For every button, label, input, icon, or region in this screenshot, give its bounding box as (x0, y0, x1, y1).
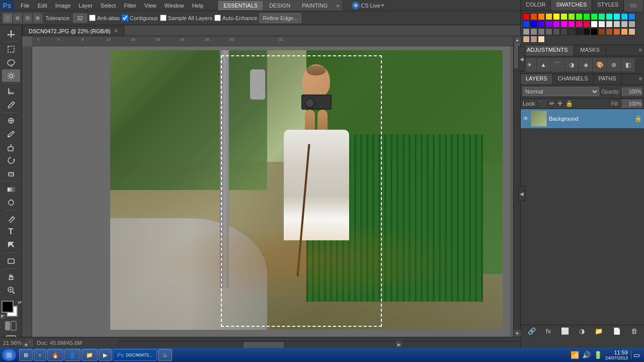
lock-all-btn[interactable]: 🔒 (566, 100, 573, 107)
swatch[interactable] (591, 21, 598, 28)
swatch[interactable] (606, 13, 613, 20)
scroll-up-btn[interactable]: ▲ (514, 36, 521, 43)
swatch[interactable] (628, 13, 635, 20)
menu-image[interactable]: Image (52, 2, 74, 10)
hue-sat-btn[interactable]: 🎨 (593, 58, 606, 71)
taskbar-btn-steam[interactable]: ♨ (158, 349, 172, 361)
swatch[interactable] (553, 28, 560, 35)
workspace-painting[interactable]: PAINTING (296, 1, 333, 11)
swatch[interactable] (530, 13, 537, 20)
menu-layer[interactable]: Layer (75, 2, 96, 10)
color-tab-swatches[interactable]: SWATCHES (551, 0, 592, 11)
swatch[interactable] (568, 28, 575, 35)
color-balance-btn[interactable]: ⊕ (607, 58, 620, 71)
taskbar-btn-media[interactable]: ▶ (99, 349, 112, 361)
layers-tab-layers[interactable]: LAYERS (521, 74, 553, 84)
swatch[interactable] (568, 21, 575, 28)
swatch[interactable] (538, 28, 545, 35)
swatch[interactable] (576, 21, 583, 28)
tray-sound-icon[interactable]: 🔊 (582, 351, 591, 359)
swatch[interactable] (530, 28, 537, 35)
canvas-content[interactable] (32, 46, 510, 337)
swap-colors-btn[interactable]: ⇄ (18, 300, 22, 305)
taskbar-btn-firefox[interactable]: 🔥 (47, 349, 63, 361)
swatch[interactable] (538, 13, 545, 20)
history-brush-btn[interactable] (2, 154, 20, 166)
healing-brush-btn[interactable] (2, 115, 20, 127)
swatch[interactable] (583, 21, 590, 28)
foreground-color-swatch[interactable] (2, 301, 14, 313)
tab-close-btn[interactable]: ✕ (114, 28, 118, 34)
eyedropper-tool-btn[interactable] (2, 99, 20, 111)
swatch[interactable] (560, 21, 568, 28)
swatch[interactable] (583, 13, 590, 20)
swatch[interactable] (553, 13, 560, 20)
swatch[interactable] (568, 13, 575, 20)
lock-transparent-btn[interactable]: ⬛ (539, 100, 546, 107)
swatch[interactable] (613, 28, 620, 35)
add-selection-btn[interactable]: ⊞ (13, 14, 22, 23)
tray-battery-icon[interactable]: 🔋 (594, 351, 602, 359)
workspace-design[interactable]: DESIGN (264, 1, 296, 11)
path-selection-btn[interactable] (2, 238, 20, 251)
scroll-right-btn[interactable]: ▶ (395, 341, 403, 348)
swatch[interactable] (523, 13, 530, 20)
new-adj-layer-btn[interactable]: ◑ (579, 327, 585, 335)
black-white-btn[interactable]: ◧ (621, 58, 634, 71)
opacity-input[interactable] (622, 87, 642, 96)
workspace-essentials[interactable]: ESSENTIALS (218, 1, 263, 11)
new-layer-btn[interactable]: 📄 (613, 327, 621, 335)
dodge-tool-btn[interactable] (2, 196, 20, 209)
layers-tab-paths[interactable]: PATHS (594, 74, 622, 84)
menu-filter[interactable]: Filter (120, 2, 139, 10)
swatch[interactable] (606, 28, 613, 35)
zoom-tool-btn[interactable] (2, 284, 20, 296)
menu-window[interactable]: Window (161, 2, 188, 10)
swatch[interactable] (598, 13, 605, 20)
layer-blend-mode[interactable]: Normal Multiply Screen Overlay (523, 87, 599, 96)
new-selection-btn[interactable]: □ (3, 14, 12, 23)
add-mask-btn[interactable]: ⬜ (561, 327, 569, 335)
move-tool-btn[interactable] (2, 27, 20, 40)
layers-tab-channels[interactable]: CHANNELS (553, 74, 594, 84)
adj-panel-menu[interactable]: ≡ (637, 45, 644, 56)
curves-btn[interactable]: ⌒ (551, 58, 564, 71)
menu-select[interactable]: Select (97, 2, 120, 10)
eraser-tool-btn[interactable] (2, 167, 20, 179)
layers-panel-menu[interactable]: ≡ (637, 74, 644, 84)
new-group-btn[interactable]: 📁 (595, 327, 603, 335)
swatch[interactable] (538, 36, 545, 43)
swatch[interactable] (530, 36, 537, 43)
swatch[interactable] (591, 28, 598, 35)
tray-network-icon[interactable]: 📶 (571, 351, 579, 359)
lock-position-btn[interactable]: ✛ (557, 100, 562, 107)
tolerance-input[interactable] (73, 14, 87, 23)
swatch[interactable] (560, 13, 568, 20)
swatch[interactable] (583, 28, 590, 35)
swatch[interactable] (598, 21, 605, 28)
swatch[interactable] (628, 21, 635, 28)
clock-area[interactable]: 11:59 24/07/2013 (605, 349, 628, 360)
scrollbar-thumb[interactable] (244, 342, 284, 348)
swatch[interactable] (538, 21, 545, 28)
horizontal-scrollbar[interactable] (118, 341, 520, 348)
menu-view[interactable]: View (141, 2, 160, 10)
shape-tool-btn[interactable] (2, 254, 20, 267)
swatch[interactable] (545, 13, 552, 20)
exposure-btn[interactable]: ◑ (565, 58, 578, 71)
crop-tool-btn[interactable] (2, 85, 20, 98)
swatch[interactable] (553, 21, 560, 28)
menu-edit[interactable]: Edit (34, 2, 51, 10)
swatch[interactable] (613, 21, 620, 28)
magic-wand-tool-btn[interactable] (2, 69, 20, 82)
mb-button[interactable]: Mb (624, 0, 643, 11)
fill-input[interactable] (622, 100, 642, 108)
swatch[interactable] (523, 28, 530, 35)
intersect-selection-btn[interactable]: ⊠ (33, 14, 42, 23)
taskbar-btn-photoshop[interactable]: Ps DSCN0472... (113, 349, 157, 361)
swatch[interactable] (545, 21, 552, 28)
document-tab[interactable]: DSCN0472.JPG @ 22% (RGB/8) ✕ (22, 26, 124, 36)
vibrance-btn[interactable]: ◈ (579, 58, 592, 71)
taskbar-btn-user[interactable]: 👤 (64, 349, 80, 361)
lasso-tool-btn[interactable] (2, 56, 20, 69)
